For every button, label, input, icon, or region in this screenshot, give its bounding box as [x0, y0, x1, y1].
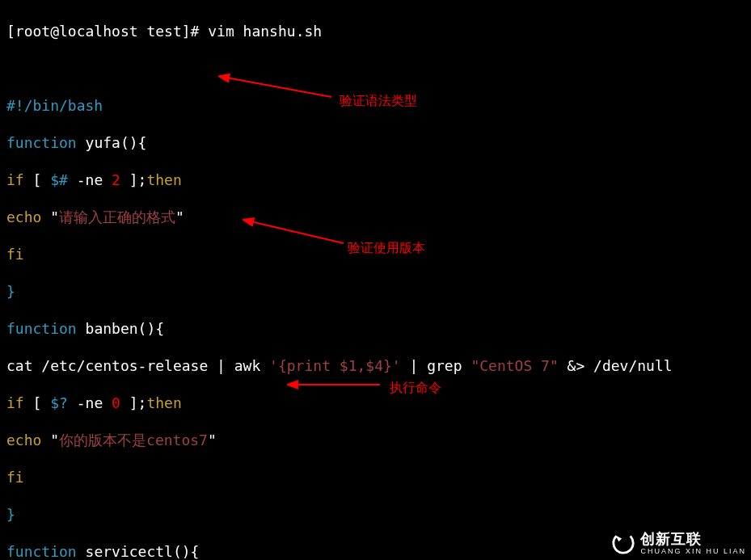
code-line: echo "请输入正确的格式" — [6, 208, 745, 226]
brace: } — [6, 506, 15, 523]
text: ]; — [120, 394, 147, 411]
text: [ — [24, 171, 51, 188]
text: [ — [24, 394, 51, 411]
shebang: #!/bin/bash — [6, 97, 103, 114]
text: &> /dev/null — [559, 357, 673, 374]
code-line: fi — [6, 468, 745, 486]
quote: " — [41, 432, 59, 448]
func-name: servicectl — [86, 543, 173, 560]
brace: } — [6, 283, 15, 300]
brace: (){ — [138, 320, 165, 337]
func-name: banben — [86, 320, 138, 337]
keyword-if: if — [6, 171, 24, 188]
number: 0 — [112, 394, 120, 411]
brace: (){ — [120, 134, 147, 151]
keyword-then: then — [146, 394, 181, 411]
shell-prompt-line: [root@localhost test]# vim hanshu.sh — [6, 22, 745, 40]
code-line: if [ $# -ne 2 ];then — [6, 171, 745, 189]
quote: " — [175, 208, 184, 225]
keyword-if: if — [6, 394, 24, 411]
code-line: function banben(){ — [6, 319, 745, 338]
keyword-function: function — [6, 134, 86, 151]
quote: " — [208, 432, 217, 448]
text: ]; — [120, 171, 147, 188]
quote: " — [41, 208, 59, 225]
keyword-function: function — [6, 320, 86, 337]
code-line: echo "你的版本不是centos7" — [6, 431, 745, 449]
terminal[interactable]: [root@localhost test]# vim hanshu.sh #!/… — [0, 0, 751, 560]
code-line: if [ $? -ne 0 ];then — [6, 394, 745, 412]
brace: (){ — [173, 543, 200, 560]
command: vim hanshu.sh — [208, 23, 322, 40]
code-line: fi — [6, 245, 745, 263]
text: cat /etc/centos-release | awk — [6, 357, 269, 374]
code-line: #!/bin/bash — [6, 96, 745, 115]
text: | grep — [401, 357, 471, 374]
code-line: function servicectl(){ — [6, 542, 745, 560]
code-line: function yufa(){ — [6, 133, 745, 152]
keyword-echo: echo — [6, 208, 41, 225]
variable: $? — [50, 394, 68, 411]
code-line: } — [6, 505, 745, 524]
variable: $# — [50, 171, 68, 188]
blank-line — [6, 59, 745, 78]
keyword-echo: echo — [6, 432, 41, 448]
number: 2 — [112, 171, 120, 188]
string: 你的版本不是centos7 — [59, 432, 208, 448]
text: -ne — [68, 394, 112, 411]
prompt-space — [199, 23, 208, 40]
keyword-fi: fi — [6, 246, 24, 263]
keyword-fi: fi — [6, 469, 24, 486]
code-line: cat /etc/centos-release | awk '{print $1… — [6, 356, 745, 375]
prompt: [root@localhost test]# — [6, 23, 199, 40]
code-line: } — [6, 282, 745, 301]
string: '{print $1,$4}' — [269, 357, 401, 374]
text: -ne — [68, 171, 112, 188]
keyword-then: then — [146, 171, 181, 188]
keyword-function: function — [6, 543, 86, 560]
string: 请输入正确的格式 — [59, 208, 175, 225]
func-name: yufa — [86, 134, 120, 151]
string: "CentOS 7" — [470, 357, 558, 374]
